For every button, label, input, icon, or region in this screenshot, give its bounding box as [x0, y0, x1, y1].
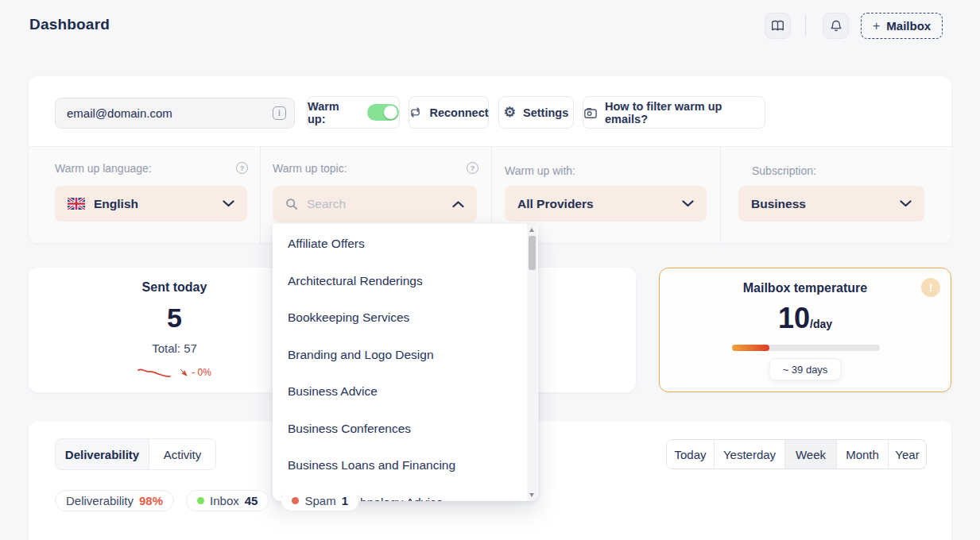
subscription-dropdown[interactable]: Business [738, 186, 924, 222]
dropdown-option[interactable]: Bookkeeping Services [273, 299, 528, 337]
plus-icon: + [873, 19, 880, 33]
guide-button[interactable] [765, 13, 791, 39]
spam-badge-value: 1 [342, 494, 348, 507]
providers-value: All Providers [517, 197, 594, 211]
page-title: Dashboard [29, 16, 110, 33]
deliverability-badge-label: Deliverability [66, 494, 134, 507]
email-field-wrap: i [55, 98, 295, 129]
dropdown-option[interactable]: Architectural Renderings [273, 263, 528, 300]
topic-search-placeholder[interactable]: Search [307, 197, 346, 211]
trend-percent: - 0% [192, 367, 211, 378]
header-divider [805, 14, 806, 37]
chevron-down-icon [223, 200, 234, 207]
subscription-label: Subscription: [752, 164, 816, 177]
scrollbar-thumb[interactable] [529, 236, 536, 270]
badges-row: Deliverability 98% Inbox 45 Spam 1 [29, 490, 359, 511]
inbox-badge-label: Inbox [210, 494, 239, 507]
range-month[interactable]: Month [837, 440, 889, 469]
dropdown-option[interactable]: Affiliate Offers [273, 226, 528, 263]
warmup-language-label: Warm up language: [55, 162, 152, 175]
temperature-unit: /day [810, 318, 832, 330]
chevron-down-icon [900, 200, 912, 207]
mailbox-temperature-card: Mailbox temperature ! 10/day ~ 39 days [659, 268, 951, 392]
dropdown-option[interactable]: Branding and Logo Design [273, 337, 528, 374]
help-icon[interactable]: ? [467, 162, 478, 174]
how-to-filter-button[interactable]: How to filter warm up emails? [583, 96, 765, 129]
topic-dropdown-list: Affiliate Offers Architectural Rendering… [273, 226, 528, 501]
chevron-up-icon [452, 201, 464, 208]
reconnect-label: Reconnect [429, 106, 488, 119]
warmup-with-label: Warm up with: [505, 164, 575, 177]
help-icon[interactable]: ? [236, 162, 248, 174]
scrollbar[interactable] [527, 224, 537, 501]
deliverability-badge-value: 98% [139, 494, 163, 507]
topic-search-dropdown[interactable]: Search [273, 186, 477, 222]
column-divider [720, 147, 721, 244]
reconnect-icon [409, 106, 422, 119]
green-dot-icon [197, 497, 204, 504]
settings-label: Settings [523, 106, 568, 119]
sparkline-chart [138, 366, 176, 379]
chevron-down-icon [682, 200, 694, 207]
range-week[interactable]: Week [785, 440, 837, 469]
warmup-topic-label: Warm up topic: [273, 162, 347, 175]
spam-badge-label: Spam [304, 494, 335, 507]
search-icon [285, 198, 298, 210]
dropdown-option[interactable]: Business Conferences [273, 411, 528, 448]
mailbox-temperature-title: Mailbox temperature [660, 281, 951, 295]
toggle-knob [384, 106, 397, 119]
warmup-toggle[interactable] [367, 104, 399, 121]
inbox-badge[interactable]: Inbox 45 [186, 490, 269, 511]
temperature-progress-track [732, 345, 880, 351]
deliverability-badge[interactable]: Deliverability 98% [55, 490, 174, 511]
exclamation-icon[interactable]: ! [921, 278, 940, 297]
add-mailbox-button[interactable]: + Mailbox [861, 13, 943, 39]
language-dropdown[interactable]: English [55, 186, 247, 222]
how-to-filter-label: How to filter warm up emails? [605, 100, 765, 125]
range-today[interactable]: Today [667, 440, 715, 469]
temperature-value-row: 10/day [660, 302, 951, 335]
scroll-up-arrow-icon[interactable] [529, 228, 534, 232]
temperature-progress-fill [732, 345, 769, 351]
time-range-group: Today Yesterday Week Month Year [666, 439, 927, 469]
warmup-toggle-label: Warm up: [308, 100, 360, 125]
tab-group: Deliverability Activity [55, 438, 216, 470]
info-icon[interactable]: i [273, 106, 286, 120]
language-value: English [94, 197, 138, 211]
settings-button[interactable]: ⚙ Settings [498, 96, 574, 129]
range-year[interactable]: Year [889, 440, 926, 469]
uk-flag-icon [68, 198, 85, 210]
inbox-badge-value: 45 [245, 494, 258, 507]
notifications-button[interactable] [823, 13, 849, 39]
providers-dropdown[interactable]: All Providers [505, 186, 707, 222]
dashboard-screen: Dashboard + Mailbox i Warm up: [0, 0, 980, 540]
trend-down-arrow-icon [180, 368, 188, 376]
subscription-value: Business [751, 197, 806, 211]
dropdown-option[interactable]: Business Advice [273, 373, 528, 411]
dropdown-option[interactable]: Business Loans and Financing [273, 447, 528, 484]
column-divider [260, 147, 261, 244]
spam-badge[interactable]: Spam 1 [281, 490, 359, 511]
tab-activity[interactable]: Activity [149, 439, 215, 469]
tab-deliverability[interactable]: Deliverability [56, 439, 149, 469]
reconnect-button[interactable]: Reconnect [409, 96, 489, 129]
add-mailbox-label: Mailbox [886, 19, 931, 33]
temperature-value: 10 [778, 302, 810, 334]
warmup-card: i Warm up: Reconnect ⚙ Settings [29, 76, 951, 243]
email-field[interactable] [55, 98, 295, 129]
warmup-toggle-group: Warm up: [307, 96, 400, 129]
video-camera-icon [583, 106, 598, 119]
book-icon [771, 20, 784, 32]
range-yesterday[interactable]: Yesterday [715, 440, 785, 469]
days-remaining-chip: ~ 39 days [769, 358, 842, 380]
topic-dropdown-panel: Affiliate Offers Architectural Rendering… [273, 224, 538, 501]
bell-icon [830, 20, 842, 33]
scroll-down-arrow-icon[interactable] [529, 493, 534, 497]
red-dot-icon [292, 497, 299, 504]
gear-icon: ⚙ [504, 106, 516, 119]
